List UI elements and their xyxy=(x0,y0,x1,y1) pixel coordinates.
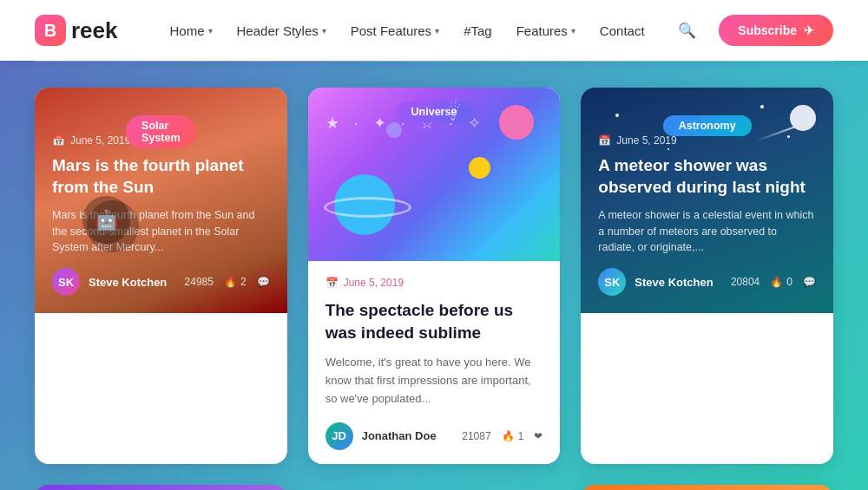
card-astronomy-excerpt: A meteor shower is a celestial event in … xyxy=(598,207,816,256)
author-name-universe: Jonathan Doe xyxy=(362,429,437,442)
chevron-down-icon: ▾ xyxy=(208,26,213,36)
likes-stat: 🔥 0 xyxy=(770,276,792,288)
logo-text: reek xyxy=(71,17,118,44)
comment-icon: 💬 xyxy=(803,276,816,288)
category-badge-astronomy: Astronomy xyxy=(692,101,723,110)
comments-stat: 💬 xyxy=(803,276,816,288)
card-universe-image: Universe ☄ xyxy=(308,88,561,261)
planet-purple xyxy=(386,122,402,138)
chevron-down-icon: ▾ xyxy=(435,26,439,36)
card-mars-title: Mars is the fourth planet from the Sun xyxy=(52,155,270,198)
comment-icon: 💬 xyxy=(257,276,270,288)
likes-stat: 🔥 1 xyxy=(502,430,524,442)
card-mars-stats: 24985 🔥 2 💬 xyxy=(185,276,270,288)
chevron-down-icon: ▾ xyxy=(571,26,575,36)
comments-stat: ❤ xyxy=(534,430,542,442)
card-universe-body: 📅 June 5, 2019 The spectacle before us w… xyxy=(308,261,561,464)
card-mars: 🤖 Solar System 📅 June 5, 2019 Mars is th… xyxy=(35,88,287,464)
author-name-mars: Steve Kotchen xyxy=(89,276,167,289)
planet-yellow xyxy=(469,157,490,179)
card-universe-date: 📅 June 5, 2019 xyxy=(326,277,543,289)
card-astronomy: Astronomy 📅 June 5, 2019 A meteor shower… xyxy=(581,88,833,464)
fire-icon: 🔥 xyxy=(224,276,237,288)
cards-grid: 🤖 Solar System 📅 June 5, 2019 Mars is th… xyxy=(0,62,868,464)
planet-blue xyxy=(334,174,395,235)
calendar-icon: 📅 xyxy=(52,134,65,147)
likes-stat: 🔥 2 xyxy=(224,276,247,288)
card-universe-title: The spectacle before us was indeed subli… xyxy=(326,299,543,343)
author-name-astronomy: Steve Kotchen xyxy=(635,276,713,289)
card-astronomy-date: 📅 June 5, 2019 xyxy=(598,134,816,147)
logo[interactable]: B reek xyxy=(35,15,118,46)
send-icon: ✈ xyxy=(804,23,814,37)
nav-item-post-features[interactable]: Post Features ▾ xyxy=(351,23,439,38)
card-universe-excerpt: Welcome, it's great to have you here. We… xyxy=(326,354,543,408)
bottom-cards-grid: Universe Solar System xyxy=(0,485,868,490)
bottom-card-solar: Solar System xyxy=(581,485,833,490)
card-mars-bg: 🤖 Solar System 📅 June 5, 2019 Mars is th… xyxy=(35,88,287,313)
star-icon xyxy=(667,148,669,150)
author-avatar-mars: SK xyxy=(52,268,80,296)
card-astronomy-bg: Astronomy 📅 June 5, 2019 A meteor shower… xyxy=(581,88,833,313)
nav-item-header-styles[interactable]: Header Styles ▾ xyxy=(237,23,326,38)
fire-icon: 🔥 xyxy=(770,276,783,288)
nav-links: Home ▾ Header Styles ▾ Post Features ▾ #… xyxy=(170,22,702,40)
calendar-icon: 📅 xyxy=(326,277,339,289)
moon-icon xyxy=(790,105,816,131)
star-icon xyxy=(760,105,764,108)
bottom-card-universe: Universe xyxy=(35,485,287,490)
card-astronomy-footer: SK Steve Kotchen 20804 🔥 0 💬 xyxy=(598,268,816,296)
card-universe: Universe ☄ 📅 June 5, 2019 The spectacle … xyxy=(308,88,561,464)
logo-icon: B xyxy=(35,15,66,46)
views-stat: 20804 xyxy=(731,276,760,288)
comment-icon: ❤ xyxy=(534,430,542,442)
nav-item-contact[interactable]: Contact xyxy=(600,23,645,38)
card-astronomy-stats: 20804 🔥 0 💬 xyxy=(731,276,816,288)
nav-item-tag[interactable]: #Tag xyxy=(464,23,492,38)
planet-pink xyxy=(499,105,534,140)
mars-rover-icon: 🤖 xyxy=(82,196,130,244)
subscribe-button[interactable]: Subscribe ✈ xyxy=(719,15,833,46)
category-badge-mars: Solar System xyxy=(145,101,176,110)
star-icon xyxy=(787,135,790,138)
views-stat: 24985 xyxy=(185,276,214,288)
comments-stat: 💬 xyxy=(257,276,270,288)
search-icon[interactable]: 🔍 xyxy=(678,22,696,40)
star-icon xyxy=(615,114,619,117)
author-avatar-astronomy: SK xyxy=(598,268,626,296)
card-universe-footer: JD Jonathan Doe 21087 🔥 1 ❤ xyxy=(326,422,543,450)
navbar: B reek Home ▾ Header Styles ▾ Post Featu… xyxy=(0,0,868,61)
views-stat: 21087 xyxy=(462,430,490,442)
card-universe-stats: 21087 🔥 1 ❤ xyxy=(462,430,542,442)
calendar-icon: 📅 xyxy=(598,134,611,147)
author-avatar-universe: JD xyxy=(326,422,353,450)
nav-item-features[interactable]: Features ▾ xyxy=(516,23,575,38)
fire-icon: 🔥 xyxy=(502,430,515,442)
nav-item-home[interactable]: Home ▾ xyxy=(170,23,213,38)
card-astronomy-title: A meteor shower was observed during last… xyxy=(598,155,816,198)
card-mars-footer: SK Steve Kotchen 24985 🔥 2 💬 xyxy=(52,268,270,296)
chevron-down-icon: ▾ xyxy=(322,26,326,36)
